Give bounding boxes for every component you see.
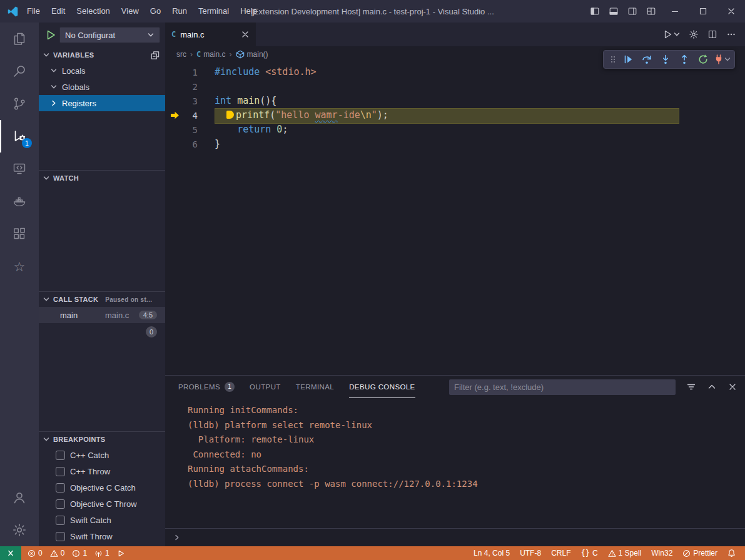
restart-button[interactable]: [694, 51, 712, 68]
status-crlf[interactable]: CRLF: [546, 546, 575, 560]
status-warning[interactable]: 0: [46, 546, 69, 560]
gutter[interactable]: 2: [165, 79, 215, 94]
toggle-sidebar-icon[interactable]: [585, 0, 604, 22]
activity-accounts[interactable]: [0, 481, 39, 514]
code-line-6[interactable]: 6}: [165, 137, 745, 151]
breadcrumb-item-2[interactable]: Cmain.c: [196, 50, 226, 59]
gutter[interactable]: 1: [165, 65, 215, 79]
status-ln-4-col-5[interactable]: Ln 4, Col 5: [469, 546, 515, 560]
close-tab-icon[interactable]: [241, 30, 250, 39]
breakpoint-row[interactable]: Swift Catch: [39, 512, 165, 528]
activity-remote-explorer[interactable]: [0, 152, 39, 185]
filter-lines-icon[interactable]: [686, 382, 696, 392]
activity-search[interactable]: [0, 55, 39, 88]
panel-tab-output[interactable]: OUTPUT: [250, 376, 281, 398]
remote-indicator[interactable]: [0, 546, 21, 560]
panel-tab-terminal[interactable]: TERMINAL: [296, 376, 334, 398]
code-line-4[interactable]: 4 printf("hello wamr-ide\n");: [165, 108, 745, 122]
stack-frame-row[interactable]: mainmain.c4:5: [39, 307, 165, 323]
breakpoint-checkbox[interactable]: [56, 483, 65, 492]
drag-handle-icon[interactable]: [607, 54, 618, 64]
status-c[interactable]: {}C: [575, 546, 602, 560]
code-line-2[interactable]: 2: [165, 79, 745, 94]
breakpoint-row[interactable]: C++ Throw: [39, 463, 165, 479]
close-panel-icon[interactable]: [727, 382, 737, 392]
status-broadcast[interactable]: 1: [91, 546, 113, 560]
menu-run[interactable]: Run: [166, 0, 193, 22]
activity-source-control[interactable]: [0, 88, 39, 120]
breakpoint-row[interactable]: Swift Throw: [39, 528, 165, 544]
breakpoint-row[interactable]: Objective C Catch: [39, 479, 165, 496]
debug-console-prompt[interactable]: [165, 528, 745, 546]
call-stack-header[interactable]: CALL STACK Paused on st...: [39, 292, 165, 307]
disconnect-button[interactable]: [712, 51, 731, 68]
breakpoint-checkbox[interactable]: [56, 451, 65, 460]
code-editor[interactable]: 1#include <stdio.h>23int main(){4 printf…: [165, 62, 745, 375]
breadcrumb-item-1[interactable]: src: [176, 50, 186, 59]
step-out-button[interactable]: [675, 51, 694, 68]
tab-main-c[interactable]: C main.c: [165, 22, 256, 46]
gear-icon[interactable]: [689, 29, 699, 39]
status-win32[interactable]: Win32: [646, 546, 677, 560]
split-editor-icon[interactable]: [707, 29, 717, 39]
customize-layout-icon[interactable]: [642, 0, 661, 22]
status-bell[interactable]: [722, 546, 741, 560]
menu-edit[interactable]: Edit: [46, 0, 71, 22]
status-debug-play[interactable]: [113, 546, 129, 560]
breakpoint-checkbox[interactable]: [56, 467, 65, 476]
inline-breakpoint-marker[interactable]: [226, 111, 234, 119]
menu-view[interactable]: View: [116, 0, 144, 22]
variables-item-locals[interactable]: Locals: [39, 62, 165, 79]
status-prettier[interactable]: Prettier: [677, 546, 722, 560]
collapse-all-icon[interactable]: [150, 51, 160, 60]
debug-console-output[interactable]: Running initCommands:(lldb) platform sel…: [165, 398, 745, 528]
watch-header[interactable]: WATCH: [39, 171, 165, 186]
close-button[interactable]: [717, 0, 745, 22]
start-debug-button[interactable]: [46, 30, 56, 40]
launch-config-dropdown[interactable]: No Configurat: [59, 27, 160, 43]
step-over-button[interactable]: [637, 51, 656, 68]
breakpoint-checkbox[interactable]: [56, 516, 65, 525]
panel-tab-problems[interactable]: PROBLEMS1: [178, 376, 235, 398]
activity-star[interactable]: ☆: [0, 250, 39, 282]
more-actions-icon[interactable]: [726, 29, 736, 39]
activity-run-and-debug[interactable]: 1: [0, 120, 39, 152]
gutter[interactable]: 3: [165, 94, 215, 108]
menu-selection[interactable]: Selection: [71, 0, 115, 22]
status-utf-8[interactable]: UTF-8: [515, 546, 546, 560]
panel-tab-debug-console[interactable]: DEBUG CONSOLE: [349, 376, 415, 398]
gutter[interactable]: 4: [165, 108, 215, 122]
step-into-button[interactable]: [656, 51, 675, 68]
breakpoint-row[interactable]: C++ Catch: [39, 447, 165, 463]
status-error[interactable]: 0: [24, 546, 46, 560]
gutter[interactable]: 5: [165, 122, 215, 137]
console-filter-input[interactable]: [449, 379, 676, 395]
run-icon[interactable]: [662, 29, 680, 39]
activity-extensions[interactable]: [0, 218, 39, 250]
breadcrumb-item-3[interactable]: main(): [236, 50, 268, 59]
activity-explorer[interactable]: [0, 22, 39, 55]
status-info[interactable]: 1: [68, 546, 91, 560]
menu-terminal[interactable]: Terminal: [193, 0, 235, 22]
toggle-panel-icon[interactable]: [604, 0, 623, 22]
menu-go[interactable]: Go: [144, 0, 166, 22]
breakpoint-checkbox[interactable]: [56, 499, 65, 509]
activity-settings[interactable]: [0, 514, 39, 546]
minimize-button[interactable]: [661, 0, 689, 22]
breakpoints-header[interactable]: BREAKPOINTS: [39, 432, 165, 447]
maximize-panel-icon[interactable]: [707, 382, 717, 392]
variables-item-globals[interactable]: Globals: [39, 79, 165, 95]
maximize-button[interactable]: [689, 0, 717, 22]
toggle-secondary-sidebar-icon[interactable]: [623, 0, 642, 22]
variables-header[interactable]: VARIABLES: [39, 48, 165, 62]
code-line-5[interactable]: 5 return 0;: [165, 122, 745, 137]
variables-item-registers[interactable]: Registers: [39, 95, 165, 111]
code-line-3[interactable]: 3int main(){: [165, 94, 745, 108]
status-1-spell[interactable]: 1 Spell: [603, 546, 647, 560]
activity-docker[interactable]: [0, 185, 39, 218]
breakpoint-row[interactable]: Objective C Throw: [39, 496, 165, 512]
continue-button[interactable]: [619, 51, 637, 68]
gutter[interactable]: 6: [165, 137, 215, 151]
menu-file[interactable]: File: [21, 0, 46, 22]
breakpoint-checkbox[interactable]: [56, 532, 65, 541]
